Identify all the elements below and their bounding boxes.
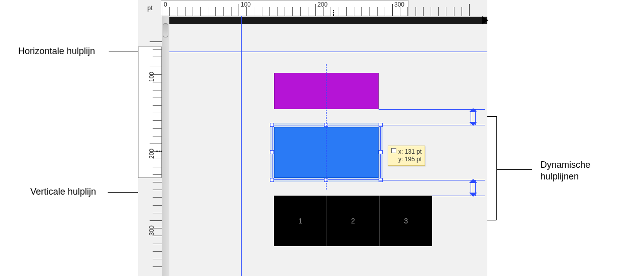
ruler-label: 0 xyxy=(164,1,167,8)
ruler-label: 300 xyxy=(148,225,155,236)
alignment-center-indicator xyxy=(326,64,327,190)
ruler-label: 100 xyxy=(148,72,155,82)
distance-indicator xyxy=(471,180,476,196)
svg-marker-2 xyxy=(469,179,477,183)
ruler-position-marker xyxy=(156,151,162,152)
vertical-guide-line[interactable] xyxy=(241,16,242,276)
callout-text: Dynamische xyxy=(540,160,590,170)
canvas-scrollbar[interactable] xyxy=(162,16,170,276)
design-canvas[interactable]: x: 131 pt y: 195 pt 1 2 3 xyxy=(169,16,487,276)
ruler-unit[interactable]: pt xyxy=(138,0,162,17)
page-header-bar xyxy=(169,17,487,24)
svg-marker-3 xyxy=(469,193,477,197)
leader-line xyxy=(496,169,532,170)
selection-handle[interactable] xyxy=(379,150,383,154)
arrow-right-icon xyxy=(482,16,488,24)
vertical-ruler[interactable]: 100 200 300 xyxy=(138,16,162,276)
shape-box-group[interactable]: 1 2 3 xyxy=(274,196,432,246)
distance-indicator xyxy=(471,109,476,125)
design-canvas-app: pt 0 100 200 300 xyxy=(138,0,487,276)
svg-marker-0 xyxy=(469,108,477,112)
tooltip-y-value: y: 195 pt xyxy=(398,156,422,163)
horizontal-ruler[interactable]: 0 100 200 300 xyxy=(162,0,487,17)
scrollbar-thumb[interactable] xyxy=(163,23,168,37)
callout-vertical-guide: Verticale hulplijn xyxy=(30,186,96,198)
horizontal-guide-line[interactable] xyxy=(169,52,487,52)
tooltip-anchor-icon xyxy=(391,148,396,153)
selection-handle[interactable] xyxy=(270,123,274,127)
selection-handle[interactable] xyxy=(270,150,274,154)
box-cell[interactable]: 3 xyxy=(380,196,432,246)
leader-line xyxy=(496,116,497,220)
callout-horizontal-guide: Horizontale hulplijn xyxy=(18,45,95,57)
ruler-label: 200 xyxy=(148,149,155,159)
callout-text: hulplijnen xyxy=(540,171,579,181)
callout-dynamic-guides: Dynamische hulplijnen xyxy=(540,159,590,182)
ruler-position-marker xyxy=(333,10,335,16)
box-cell[interactable]: 1 xyxy=(274,196,327,246)
position-tooltip: x: 131 pt y: 195 pt xyxy=(388,146,425,166)
selection-handle[interactable] xyxy=(270,178,274,182)
box-cell[interactable]: 2 xyxy=(327,196,380,246)
svg-marker-1 xyxy=(469,122,477,126)
tooltip-x-value: x: 131 pt xyxy=(398,148,422,155)
